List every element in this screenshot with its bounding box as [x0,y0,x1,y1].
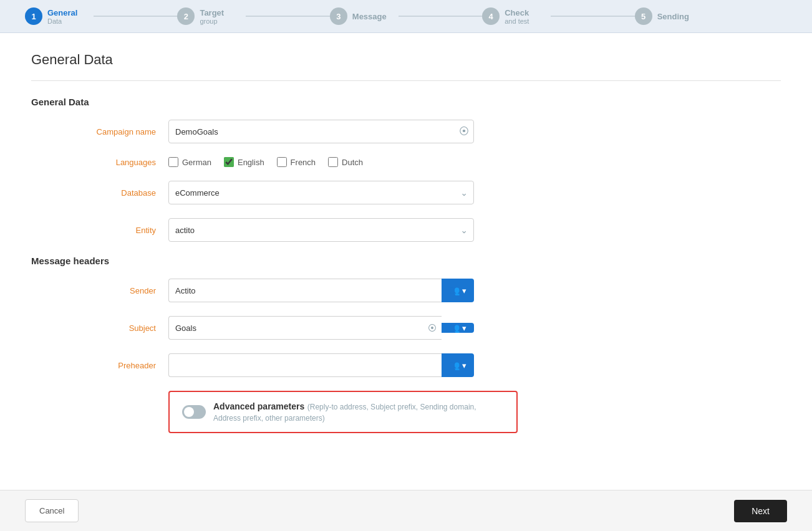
message-headers-title: Message headers [31,256,781,266]
footer: Cancel Next [0,490,812,531]
checkbox-dutch[interactable] [328,157,338,167]
sender-row: Sender 👥 ▾ [31,279,781,302]
subject-btn-icon: 👥 [449,323,460,333]
subject-variable-icon[interactable]: ⦿ [428,323,437,333]
wizard-step-4[interactable]: 4 Check and test [482,7,634,25]
preheader-row: Preheader 👥 ▾ [31,353,781,377]
wizard-header: 1 General Data 2 Target group 3 Message … [0,0,812,33]
step-name-1: General [47,8,77,17]
next-button[interactable]: Next [734,500,787,522]
entity-row: Entity actito [31,218,781,242]
subject-btn-arrow: ▾ [462,323,466,333]
page-title: General Data [31,52,781,68]
preheader-input-group: 👥 ▾ [168,353,474,377]
language-german-label: German [182,158,211,167]
language-german[interactable]: German [168,157,211,167]
languages-row: Languages German English French Dutch [31,157,781,167]
step-name-2: Target [200,8,224,17]
step-label-3: Message [352,12,387,21]
entity-select[interactable]: actito [168,218,474,242]
step-label-2: Target group [200,8,224,25]
step-sub-4: and test [505,17,529,25]
database-label: Database [31,188,156,198]
step-circle-4: 4 [482,7,500,25]
language-french-label: French [291,158,316,167]
entity-label: Entity [31,226,156,235]
step-label-1: General Data [47,8,77,25]
preheader-btn-icon: 👥 [449,360,460,370]
general-data-section-title: General Data [31,97,781,107]
subject-label: Subject [31,323,156,333]
step-sub-2: group [200,17,224,25]
campaign-name-control: ⦿ [168,120,474,143]
languages-label: Languages [31,158,156,167]
language-english-label: English [238,158,264,167]
campaign-name-input-wrap: ⦿ [168,120,474,143]
checkbox-english[interactable] [224,157,234,167]
checkbox-french[interactable] [277,157,287,167]
wizard-step-5[interactable]: 5 Sending [635,7,787,25]
main-content: General Data General Data Campaign name … [0,33,812,490]
preheader-label: Preheader [31,361,156,370]
sender-input-group: 👥 ▾ [168,279,474,302]
advanced-params-text-wrap: Advanced parameters (Reply-to address, S… [213,401,504,423]
step-label-5: Sending [657,12,689,21]
language-dutch[interactable]: Dutch [328,157,363,167]
entity-control: actito [168,218,474,242]
language-french[interactable]: French [277,157,316,167]
database-select[interactable]: eCommerce [168,181,474,204]
sender-btn-arrow: ▾ [462,286,466,295]
checkbox-german[interactable] [168,157,178,167]
sender-label: Sender [31,286,156,295]
sender-btn-icon: 👥 [449,285,460,295]
step-name-4: Check [505,8,529,17]
language-english[interactable]: English [224,157,264,167]
database-row: Database eCommerce [31,181,781,204]
campaign-name-row: Campaign name ⦿ [31,120,781,143]
step-circle-2: 2 [177,7,195,25]
step-label-4: Check and test [505,8,529,25]
language-dutch-label: Dutch [342,158,363,167]
step-name-3: Message [352,12,387,21]
subject-input-wrap: ⦿ [168,316,442,340]
advanced-params-box: Advanced parameters (Reply-to address, S… [168,391,518,433]
campaign-name-input[interactable] [168,120,474,143]
database-control: eCommerce [168,181,474,204]
wizard-step-2[interactable]: 2 Target group [177,7,329,25]
preheader-input[interactable] [168,353,442,377]
wizard-step-1[interactable]: 1 General Data [25,7,177,25]
advanced-params-toggle[interactable] [182,405,206,419]
advanced-params-label: Advanced parameters [213,401,304,411]
languages-checkbox-group: German English French Dutch [168,157,363,167]
divider-main [31,80,781,81]
subject-row: Subject ⦿ 👥 ▾ [31,316,781,340]
message-headers-section: Message headers Sender 👥 ▾ Subject ⦿ [31,256,781,377]
step-circle-1: 1 [25,7,42,25]
sender-variable-button[interactable]: 👥 ▾ [442,279,474,302]
subject-input[interactable] [168,316,442,340]
general-data-section: General Data Campaign name ⦿ Languages G… [31,97,781,242]
preheader-variable-button[interactable]: 👥 ▾ [442,353,474,377]
step-circle-5: 5 [635,7,652,25]
subject-variable-button[interactable]: 👥 ▾ [442,323,474,333]
cancel-button[interactable]: Cancel [25,499,79,522]
sender-input[interactable] [168,279,442,302]
step-sub-1: Data [47,17,77,25]
preheader-btn-arrow: ▾ [462,361,466,370]
campaign-name-label: Campaign name [31,127,156,136]
step-name-5: Sending [657,12,689,21]
step-circle-3: 3 [330,7,347,25]
campaign-name-variable-icon[interactable]: ⦿ [459,126,469,137]
subject-input-group: ⦿ 👥 ▾ [168,316,474,340]
wizard-step-3[interactable]: 3 Message [330,7,482,25]
toggle-slider [182,405,206,419]
